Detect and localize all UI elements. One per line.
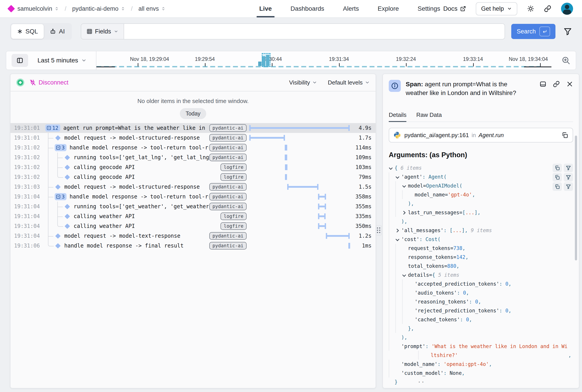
- trace-row[interactable]: 19:31:043handle model response -> tool-r…: [11, 192, 376, 202]
- trace-timestamp: 19:31:01: [11, 125, 44, 131]
- minus-square-icon: [56, 145, 61, 150]
- trace-row[interactable]: 19:31:04running tools=['get_weather', 'g…: [11, 202, 376, 212]
- asterisk-icon: [17, 28, 23, 34]
- chevrons-up-down-icon: [161, 6, 166, 11]
- search-query-input[interactable]: [124, 24, 505, 39]
- tab-raw-data[interactable]: Raw Data: [416, 112, 442, 122]
- trace-row[interactable]: 19:31:02calling geocode APIlogfire79ms: [11, 172, 376, 182]
- time-range-select[interactable]: Last 5 minutes: [38, 57, 87, 64]
- link-icon: [544, 5, 551, 12]
- code-line: ),: [389, 199, 573, 208]
- filter-by-value-button[interactable]: [564, 173, 573, 182]
- duration-value: 4.9s: [352, 125, 376, 131]
- panel-bottom-icon[interactable]: [540, 81, 546, 88]
- scope-badge: pydantic-ai: [209, 183, 247, 191]
- breadcrumb-org[interactable]: samuelcolvin: [18, 5, 59, 12]
- copy-source-button[interactable]: [561, 132, 568, 138]
- indent-spacer: [395, 342, 401, 351]
- chevron-down-icon[interactable]: [389, 164, 395, 172]
- code-line: 'custom_model': None,: [389, 368, 573, 378]
- histogram-bar: [258, 62, 261, 66]
- share-link-button[interactable]: [544, 5, 551, 12]
- source-location-chip[interactable]: pydantic_ai/agent.py:161 in Agent.run: [389, 128, 573, 142]
- visibility-dropdown[interactable]: Visibility: [289, 79, 317, 86]
- filter-by-value-button[interactable]: [564, 182, 573, 191]
- trace-row[interactable]: 19:31:023handle model response -> tool-r…: [11, 143, 376, 152]
- histogram-selection[interactable]: [262, 53, 270, 67]
- search-button[interactable]: Search: [511, 24, 555, 39]
- chevron-down-icon[interactable]: [402, 270, 408, 280]
- theme-toggle-button[interactable]: [527, 5, 534, 12]
- code-token: 'audio_tokens': [415, 288, 457, 297]
- sql-mode-button[interactable]: SQL: [11, 24, 44, 39]
- filter-button[interactable]: [563, 27, 572, 36]
- trace-row[interactable]: 19:31:0112agent run prompt=What is the w…: [11, 123, 376, 133]
- trace-row[interactable]: 19:31:03model request -> model-structure…: [11, 182, 376, 192]
- tab-explore[interactable]: Explore: [378, 0, 399, 18]
- filter-by-value-button[interactable]: [564, 164, 573, 172]
- timeline-tick: [272, 63, 272, 66]
- funnel-icon: [566, 174, 571, 180]
- code-token: 'openai:gpt-4o': [444, 360, 489, 368]
- tab-details[interactable]: Details: [389, 112, 406, 122]
- external-link-icon: [460, 6, 466, 12]
- code-token: 6 items: [401, 164, 422, 172]
- copy-value-button[interactable]: [552, 182, 562, 191]
- fields-dropdown-button[interactable]: Fields: [81, 24, 124, 39]
- panel-resize-handle[interactable]: [376, 225, 382, 236]
- default-levels-dropdown[interactable]: Default levels: [328, 79, 370, 86]
- copy-value-button[interactable]: [552, 173, 562, 182]
- tree-guides: [45, 152, 71, 162]
- breadcrumb-project[interactable]: pydantic-ai-demo: [72, 5, 125, 12]
- copy-link-icon[interactable]: [553, 81, 560, 88]
- tree-guides: [45, 221, 71, 231]
- chevrons-up-down-icon: [55, 6, 59, 11]
- copy-icon: [561, 132, 568, 138]
- trace-row[interactable]: 19:31:06handle model response -> final r…: [11, 241, 376, 251]
- get-help-button[interactable]: Get help: [476, 2, 517, 16]
- timeline-histogram[interactable]: Nov 18, 19:29:0419:29:5419:30:4419:31:34…: [96, 51, 556, 70]
- tab-live[interactable]: Live: [259, 0, 272, 18]
- copy-value-button[interactable]: [552, 164, 562, 172]
- trace-row[interactable]: 19:31:04calling weather APIlogfire335ms: [11, 212, 376, 221]
- span-diamond-icon: [55, 135, 61, 140]
- ai-mode-button[interactable]: AI: [44, 24, 71, 39]
- scope-badge: logfire: [220, 222, 247, 230]
- docs-link[interactable]: Docs: [443, 5, 466, 12]
- timeline-tick: [406, 63, 407, 66]
- disconnect-button[interactable]: Disconnect: [29, 79, 69, 86]
- breadcrumb-env[interactable]: all envs: [138, 5, 166, 12]
- code-token: {: [395, 164, 401, 172]
- trace-row[interactable]: 19:31:01model request -> model-structure…: [11, 133, 376, 143]
- duration-bar: [285, 156, 287, 158]
- tab-settings[interactable]: Settings: [418, 0, 440, 18]
- duration-bar: [349, 245, 350, 246]
- today-button[interactable]: Today: [180, 108, 206, 119]
- tab-dashboards[interactable]: Dashboards: [290, 0, 324, 18]
- chevron-right-icon[interactable]: [402, 208, 408, 217]
- close-icon[interactable]: [566, 81, 573, 88]
- scrollbar-thumb[interactable]: [575, 136, 577, 260]
- duration-value: 1.5s: [352, 184, 376, 190]
- code-line: 'model_name': 'openai:gpt-4o',: [389, 360, 573, 368]
- collapse-toggle[interactable]: 3: [55, 193, 67, 200]
- chevron-down-icon[interactable]: [395, 235, 401, 244]
- code-line: 'cached_tokens': 0,: [389, 315, 573, 324]
- trace-row[interactable]: 19:31:02running tools=['get_lat_lng', 'g…: [11, 152, 376, 162]
- sidebar-toggle-button[interactable]: [12, 54, 28, 67]
- time-range-label: Last 5 minutes: [38, 57, 78, 64]
- tab-alerts[interactable]: Alerts: [343, 0, 359, 18]
- chevron-down-icon[interactable]: [402, 181, 408, 190]
- trace-row[interactable]: 19:31:04model request -> model-text-resp…: [11, 231, 376, 241]
- trace-label: handle model response -> tool-return too…: [70, 194, 209, 200]
- chevron-right-icon[interactable]: [395, 226, 401, 235]
- timeline-zoom-button[interactable]: [561, 56, 570, 65]
- code-token: 'reasoning_tokens': [415, 297, 469, 306]
- collapse-toggle[interactable]: 12: [45, 124, 60, 132]
- collapse-toggle[interactable]: 3: [55, 144, 67, 151]
- chevron-down-icon[interactable]: [395, 172, 401, 181]
- trace-row[interactable]: 19:31:04calling weather APIlogfire350ms: [11, 221, 376, 231]
- code-line: }: [389, 378, 573, 386]
- trace-row[interactable]: 19:31:02calling geocode APIlogfire103ms: [11, 162, 376, 172]
- user-avatar[interactable]: [561, 3, 573, 15]
